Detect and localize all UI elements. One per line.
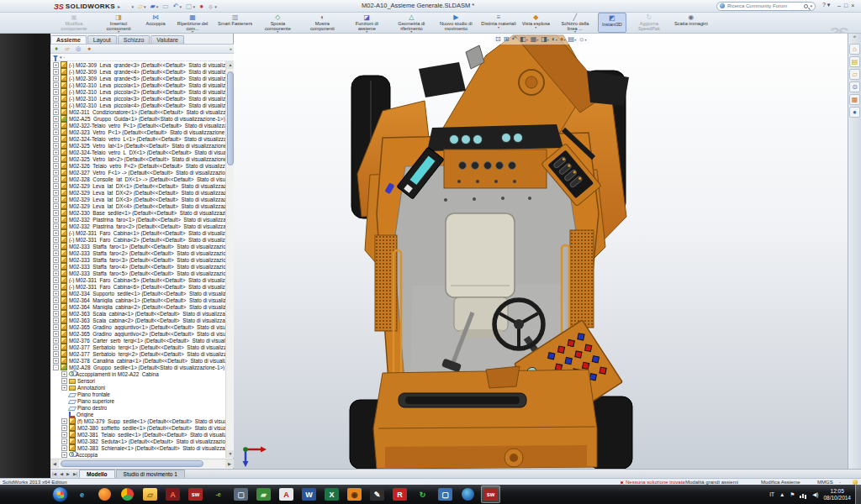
solidworks-logo[interactable]: ЗS SOLIDWORKS ▸	[54, 1, 120, 12]
dropdown-caret-icon[interactable]: ▾	[526, 38, 528, 42]
smart-fasteners-button[interactable]: ▥Smart Fasteners	[215, 13, 255, 33]
view-orientation-icon[interactable]: ▦▾	[531, 34, 539, 45]
chrome-icon[interactable]	[118, 486, 137, 503]
tab-nav-arrow-icon[interactable]: |◀	[50, 471, 58, 476]
tree-expander-icon[interactable]: +	[53, 96, 59, 102]
tab-studio-di-movimento-1[interactable]: Studio di movimento 1	[116, 470, 185, 478]
tab-nav-arrow-icon[interactable]: ▶|	[71, 471, 79, 476]
tree-item[interactable]: +M02-380_soffietto_sedile<1> (Default<<D…	[50, 424, 225, 431]
more-panes-icon[interactable]: »	[230, 46, 232, 51]
tree-item[interactable]: +(-) M02-310_Leva_piccola<1> (Default<<D…	[50, 81, 225, 88]
network-icon[interactable]	[800, 491, 807, 498]
tree-expander-icon[interactable]: +	[53, 156, 59, 162]
tree-expander-icon[interactable]: +	[53, 338, 59, 344]
tree-item[interactable]: +M02-364_Maniglia_cabina<2> (Default<<De…	[50, 303, 225, 310]
tree-item[interactable]: Piano destro	[50, 404, 225, 411]
tab-modello[interactable]: Modello	[79, 470, 115, 478]
tree-item[interactable]: +M02-382_Seduta<1> (Default<<Default>_St…	[50, 438, 225, 444]
tree-item[interactable]: -M02-A28_Gruppo_sedile<1> (Default<Stato…	[50, 364, 225, 370]
property-manager-icon[interactable]: ▱	[63, 45, 71, 53]
tree-item[interactable]: +M02-328_Consolle_lat_DX<1> -> (Default<…	[50, 176, 225, 182]
tree-expander-icon[interactable]: +	[53, 297, 59, 303]
dropdown-caret-icon[interactable]: ▾	[192, 30, 193, 33]
tree-expander-icon[interactable]: +	[61, 378, 67, 384]
adobe-reader-icon[interactable]: A	[277, 486, 296, 503]
select-icon[interactable]: ▢▾	[185, 2, 196, 12]
tree-item[interactable]: +M02-324-Telaio_vetro_L<1> (Default<<Def…	[50, 135, 225, 142]
tree-expander-icon[interactable]: +	[53, 136, 59, 142]
tree-item[interactable]: Piano frontale	[50, 391, 225, 397]
model-perforated-panel-right[interactable]	[570, 230, 594, 328]
tree-item[interactable]: +M02-323_Vetro_P<1> (Default<<Default>_S…	[50, 129, 225, 135]
tree-item[interactable]: +M02-333_Staffa_faro<2> (Default<<Defaul…	[50, 249, 225, 256]
tree-expander-icon[interactable]: +	[53, 284, 59, 290]
tray-expand-icon[interactable]: ▲	[779, 491, 784, 497]
tree-item[interactable]: +M02-364_Maniglia_cabina<1> (Default<<De…	[50, 297, 225, 303]
tree-item[interactable]: +M02-332_Piastrina_faro<2> (Default<<Def…	[50, 223, 225, 229]
my-computer-icon[interactable]: ▢	[231, 486, 251, 503]
tree-expander-icon[interactable]: +	[53, 150, 59, 155]
search-results-icon[interactable]: ⊙	[849, 81, 860, 92]
collapse-pane-icon[interactable]: «	[848, 34, 861, 42]
tab-assieme[interactable]: Assieme	[50, 35, 87, 44]
tree-expander-icon[interactable]: +	[53, 183, 59, 189]
tree-expander-icon[interactable]: +	[53, 237, 59, 243]
assembly-features-button[interactable]: ◪Funzioni di assieme▾	[345, 13, 388, 33]
tree-item[interactable]: +M02-381_Telaio_sedile<1> (Default<<Defa…	[50, 431, 225, 438]
tree-expander-icon[interactable]: +	[53, 331, 59, 337]
photo-viewer-icon[interactable]: ▰	[254, 486, 273, 503]
tree-expander-icon[interactable]: +	[61, 371, 67, 377]
take-snapshot-button[interactable]: ◉Scatta immagini	[672, 13, 710, 33]
model-seat[interactable]	[446, 213, 515, 338]
remote-desktop-icon[interactable]: ▢	[436, 486, 455, 503]
tree-item[interactable]: +M02-332_Piastrina_faro<1> (Default<<Def…	[50, 216, 225, 223]
tree-expander-icon[interactable]: +	[53, 351, 59, 357]
autocad-icon[interactable]: A	[163, 486, 182, 503]
edrawings-icon[interactable]: -e	[209, 486, 228, 503]
dropdown-caret-icon[interactable]: ▾	[535, 26, 536, 29]
apply-scene-icon[interactable]: ▤▾	[568, 34, 577, 45]
dropdown-caret-icon[interactable]: ▾	[156, 4, 159, 9]
save-icon[interactable]: ▰▾	[150, 2, 160, 12]
tree-expander-icon[interactable]: +	[53, 257, 59, 263]
model-gauge[interactable]	[473, 135, 483, 144]
tree-item[interactable]: Origine	[50, 411, 225, 417]
show-desktop-button[interactable]	[855, 485, 861, 504]
insert-components-button[interactable]: ◨Inserisci componenti▾	[97, 13, 140, 33]
tree-item[interactable]: +M02-334_Supporto_sedile<1> (Default<<De…	[50, 290, 225, 297]
tree-expander-icon[interactable]: +	[53, 102, 59, 108]
tree-expander-icon[interactable]: +	[61, 425, 67, 431]
dropdown-caret-icon[interactable]: ▾	[131, 4, 134, 9]
explode-line-sketch-button[interactable]: ╱Schizzo della linea ...▾	[553, 13, 597, 33]
dropdown-caret-icon[interactable]: ▾	[144, 4, 146, 9]
new-document-icon[interactable]: ▯▾	[126, 2, 135, 12]
hide-show-items-icon[interactable]: ◐▾	[552, 34, 557, 45]
tree-expander-icon[interactable]: +	[53, 311, 59, 317]
new-motion-study-button[interactable]: ▶Nuovo studio di movimento	[434, 13, 478, 33]
solidworks-resources-icon[interactable]: ⌂	[849, 44, 860, 55]
tab-layout[interactable]: Layout	[87, 35, 117, 44]
tree-expander-icon[interactable]: +	[61, 385, 67, 391]
tree-item[interactable]: +M02-365_Gradino_aggiuntivo<1> (Default<…	[50, 323, 225, 330]
scroll-left-arrow-icon[interactable]: ◀	[50, 459, 59, 468]
tree-item[interactable]: +M02-327_Vetro_F<1> -> (Default<<Default…	[50, 169, 225, 176]
tree-expander-icon[interactable]: -	[53, 365, 59, 370]
tree-expander-icon[interactable]: +	[53, 82, 59, 88]
tree-expander-icon[interactable]: +	[53, 143, 59, 149]
pen-tool-icon[interactable]: ✎	[367, 486, 387, 503]
tab-nav-arrow-icon[interactable]: ◀	[58, 471, 65, 476]
tree-item[interactable]: +(-) M02-331_Faro_Cabina<6> (Default<<De…	[50, 283, 225, 290]
dropdown-caret-icon[interactable]: ▾	[536, 38, 538, 42]
tree-expander-icon[interactable]: +	[53, 203, 59, 209]
update-speedpak-button[interactable]: ↻Aggiorna SpeedPak	[627, 13, 671, 33]
google-earth-icon[interactable]	[458, 486, 478, 503]
tree-filter-bar[interactable]: ▾ -	[50, 54, 234, 61]
dropdown-caret-icon[interactable]: ▾	[410, 30, 412, 33]
tree-item[interactable]: +M02-383_Schienale<1> (Default<<Default>…	[50, 444, 225, 451]
search-dropdown-icon[interactable]: ▾	[810, 3, 812, 8]
action-center-flag-icon[interactable]: ⚑	[790, 491, 795, 498]
dropdown-caret-icon[interactable]: ▾	[574, 38, 576, 42]
appearances-tab-icon[interactable]: ●	[85, 45, 93, 53]
configuration-manager-icon[interactable]: ◎	[74, 45, 82, 53]
zoom-fit-icon[interactable]: ⊡	[495, 34, 501, 44]
